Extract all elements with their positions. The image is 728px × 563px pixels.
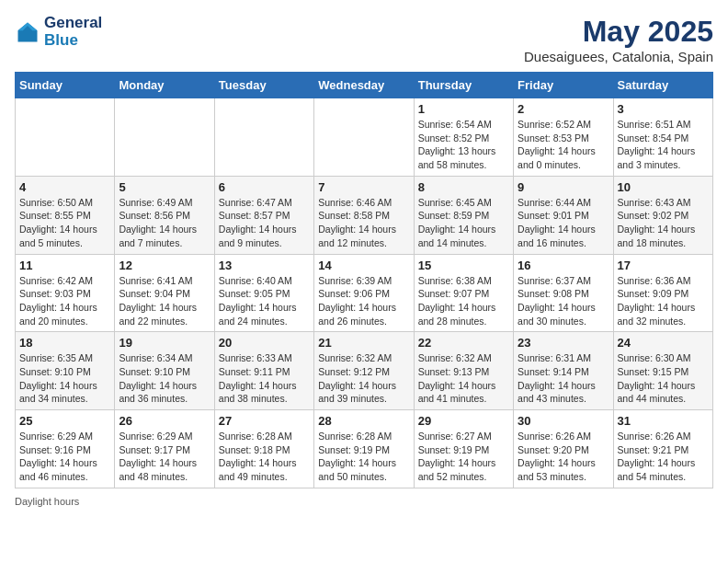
day-cell: 1Sunrise: 6:54 AM Sunset: 8:52 PM Daylig… <box>414 98 513 177</box>
day-info: Sunrise: 6:51 AM Sunset: 8:54 PM Dayligh… <box>618 118 709 172</box>
day-number: 18 <box>19 336 110 350</box>
day-info: Sunrise: 6:44 AM Sunset: 9:01 PM Dayligh… <box>518 196 609 250</box>
day-cell: 12Sunrise: 6:41 AM Sunset: 9:04 PM Dayli… <box>115 254 214 332</box>
day-cell: 11Sunrise: 6:42 AM Sunset: 9:03 PM Dayli… <box>16 254 115 332</box>
day-cell: 20Sunrise: 6:33 AM Sunset: 9:11 PM Dayli… <box>214 332 313 410</box>
day-cell: 13Sunrise: 6:40 AM Sunset: 9:05 PM Dayli… <box>214 254 313 332</box>
day-number: 13 <box>219 259 310 272</box>
day-cell: 18Sunrise: 6:35 AM Sunset: 9:10 PM Dayli… <box>16 332 115 410</box>
day-cell: 24Sunrise: 6:30 AM Sunset: 9:15 PM Dayli… <box>613 332 712 410</box>
day-cell: 28Sunrise: 6:28 AM Sunset: 9:19 PM Dayli… <box>314 410 414 488</box>
footer-note-text: Daylight hours <box>15 496 79 507</box>
day-number: 15 <box>418 259 509 272</box>
day-cell: 27Sunrise: 6:28 AM Sunset: 9:18 PM Dayli… <box>214 410 313 488</box>
day-info: Sunrise: 6:28 AM Sunset: 9:18 PM Dayligh… <box>219 430 310 484</box>
week-row-2: 4Sunrise: 6:50 AM Sunset: 8:55 PM Daylig… <box>16 176 713 254</box>
day-number: 28 <box>318 414 409 428</box>
header-row: SundayMondayTuesdayWednesdayThursdayFrid… <box>16 73 713 98</box>
day-info: Sunrise: 6:36 AM Sunset: 9:09 PM Dayligh… <box>618 274 709 328</box>
day-cell: 25Sunrise: 6:29 AM Sunset: 9:16 PM Dayli… <box>16 410 115 488</box>
day-info: Sunrise: 6:42 AM Sunset: 9:03 PM Dayligh… <box>19 274 110 328</box>
day-info: Sunrise: 6:46 AM Sunset: 8:58 PM Dayligh… <box>318 196 409 250</box>
day-number: 2 <box>518 102 609 116</box>
week-row-1: 1Sunrise: 6:54 AM Sunset: 8:52 PM Daylig… <box>16 98 713 177</box>
col-header-sunday: Sunday <box>16 73 115 98</box>
col-header-monday: Monday <box>115 73 214 98</box>
day-cell <box>115 98 214 177</box>
day-number: 21 <box>318 336 409 350</box>
day-info: Sunrise: 6:31 AM Sunset: 9:14 PM Dayligh… <box>518 351 609 406</box>
day-cell <box>214 98 313 177</box>
day-number: 1 <box>418 102 509 116</box>
day-number: 5 <box>119 180 210 194</box>
day-info: Sunrise: 6:49 AM Sunset: 8:56 PM Dayligh… <box>119 196 210 250</box>
day-info: Sunrise: 6:54 AM Sunset: 8:52 PM Dayligh… <box>418 118 509 172</box>
day-info: Sunrise: 6:34 AM Sunset: 9:10 PM Dayligh… <box>119 351 210 406</box>
day-number: 6 <box>219 180 310 194</box>
day-number: 20 <box>219 336 310 350</box>
day-number: 31 <box>618 414 709 428</box>
day-number: 12 <box>119 259 210 272</box>
day-info: Sunrise: 6:29 AM Sunset: 9:17 PM Dayligh… <box>119 430 210 484</box>
day-info: Sunrise: 6:39 AM Sunset: 9:06 PM Dayligh… <box>318 274 409 328</box>
calendar-table: SundayMondayTuesdayWednesdayThursdayFrid… <box>15 72 713 488</box>
day-cell: 14Sunrise: 6:39 AM Sunset: 9:06 PM Dayli… <box>314 254 414 332</box>
day-cell: 16Sunrise: 6:37 AM Sunset: 9:08 PM Dayli… <box>514 254 613 332</box>
logo: General Blue <box>15 15 102 49</box>
day-info: Sunrise: 6:52 AM Sunset: 8:53 PM Dayligh… <box>518 118 609 172</box>
footer-note: Daylight hours <box>15 496 713 507</box>
day-info: Sunrise: 6:50 AM Sunset: 8:55 PM Dayligh… <box>19 196 110 250</box>
day-info: Sunrise: 6:47 AM Sunset: 8:57 PM Dayligh… <box>219 196 310 250</box>
day-number: 27 <box>219 414 310 428</box>
day-cell: 17Sunrise: 6:36 AM Sunset: 9:09 PM Dayli… <box>613 254 712 332</box>
day-info: Sunrise: 6:32 AM Sunset: 9:13 PM Dayligh… <box>418 351 509 406</box>
day-cell: 2Sunrise: 6:52 AM Sunset: 8:53 PM Daylig… <box>514 98 613 177</box>
day-cell: 9Sunrise: 6:44 AM Sunset: 9:01 PM Daylig… <box>514 176 613 254</box>
logo-text: General Blue <box>44 15 102 49</box>
day-cell: 6Sunrise: 6:47 AM Sunset: 8:57 PM Daylig… <box>214 176 313 254</box>
day-cell: 7Sunrise: 6:46 AM Sunset: 8:58 PM Daylig… <box>314 176 414 254</box>
day-number: 22 <box>418 336 509 350</box>
page-header: General Blue May 2025 Duesaiguees, Catal… <box>15 15 713 64</box>
col-header-friday: Friday <box>514 73 613 98</box>
day-number: 11 <box>19 259 110 272</box>
day-info: Sunrise: 6:26 AM Sunset: 9:20 PM Dayligh… <box>518 430 609 484</box>
day-cell: 31Sunrise: 6:26 AM Sunset: 9:21 PM Dayli… <box>613 410 712 488</box>
day-number: 26 <box>119 414 210 428</box>
day-info: Sunrise: 6:38 AM Sunset: 9:07 PM Dayligh… <box>418 274 509 328</box>
day-info: Sunrise: 6:45 AM Sunset: 8:59 PM Dayligh… <box>418 196 509 250</box>
day-number: 19 <box>119 336 210 350</box>
col-header-thursday: Thursday <box>414 73 513 98</box>
day-cell <box>16 98 115 177</box>
day-info: Sunrise: 6:41 AM Sunset: 9:04 PM Dayligh… <box>119 274 210 328</box>
day-cell: 5Sunrise: 6:49 AM Sunset: 8:56 PM Daylig… <box>115 176 214 254</box>
day-number: 16 <box>518 259 609 272</box>
day-number: 25 <box>19 414 110 428</box>
day-cell: 23Sunrise: 6:31 AM Sunset: 9:14 PM Dayli… <box>514 332 613 410</box>
location-subtitle: Duesaiguees, Catalonia, Spain <box>524 49 713 64</box>
day-info: Sunrise: 6:32 AM Sunset: 9:12 PM Dayligh… <box>318 351 409 406</box>
col-header-saturday: Saturday <box>613 73 712 98</box>
day-cell: 4Sunrise: 6:50 AM Sunset: 8:55 PM Daylig… <box>16 176 115 254</box>
title-block: May 2025 Duesaiguees, Catalonia, Spain <box>524 15 713 64</box>
day-cell: 10Sunrise: 6:43 AM Sunset: 9:02 PM Dayli… <box>613 176 712 254</box>
day-cell: 26Sunrise: 6:29 AM Sunset: 9:17 PM Dayli… <box>115 410 214 488</box>
col-header-wednesday: Wednesday <box>314 73 414 98</box>
day-cell: 21Sunrise: 6:32 AM Sunset: 9:12 PM Dayli… <box>314 332 414 410</box>
day-info: Sunrise: 6:43 AM Sunset: 9:02 PM Dayligh… <box>618 196 709 250</box>
day-number: 8 <box>418 180 509 194</box>
day-number: 30 <box>518 414 609 428</box>
day-number: 9 <box>518 180 609 194</box>
day-number: 10 <box>618 180 709 194</box>
day-cell: 19Sunrise: 6:34 AM Sunset: 9:10 PM Dayli… <box>115 332 214 410</box>
day-cell <box>314 98 414 177</box>
day-info: Sunrise: 6:33 AM Sunset: 9:11 PM Dayligh… <box>219 351 310 406</box>
week-row-3: 11Sunrise: 6:42 AM Sunset: 9:03 PM Dayli… <box>16 254 713 332</box>
day-info: Sunrise: 6:28 AM Sunset: 9:19 PM Dayligh… <box>318 430 409 484</box>
week-row-5: 25Sunrise: 6:29 AM Sunset: 9:16 PM Dayli… <box>16 410 713 488</box>
day-number: 3 <box>618 102 709 116</box>
day-info: Sunrise: 6:35 AM Sunset: 9:10 PM Dayligh… <box>19 351 110 406</box>
day-number: 17 <box>618 259 709 272</box>
day-number: 14 <box>318 259 409 272</box>
day-cell: 8Sunrise: 6:45 AM Sunset: 8:59 PM Daylig… <box>414 176 513 254</box>
